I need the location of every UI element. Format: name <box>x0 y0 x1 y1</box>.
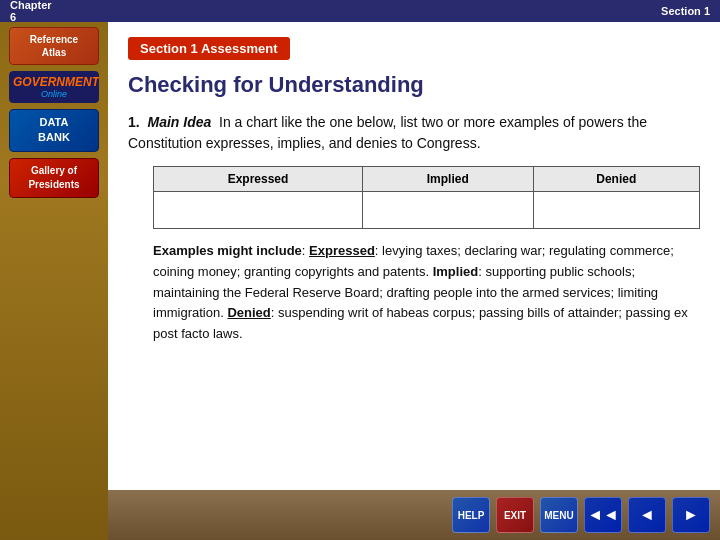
section-label: Section 1 <box>661 5 710 17</box>
cell-implied <box>362 192 533 229</box>
help-label: HELP <box>458 510 485 521</box>
sidebar-item-data-bank[interactable]: DATA BANK <box>9 109 99 152</box>
government-sub: Online <box>13 89 95 99</box>
cell-expressed <box>154 192 363 229</box>
denied-label: Denied <box>227 305 270 320</box>
question-block: 1. Main Idea In a chart like the one bel… <box>128 112 700 154</box>
question-text: 1. Main Idea In a chart like the one bel… <box>128 112 700 154</box>
reference-line2: Atlas <box>42 47 66 58</box>
next-button[interactable]: ► <box>672 497 710 533</box>
col-expressed: Expressed <box>154 167 363 192</box>
examples-intro-label: Examples might include <box>153 243 302 258</box>
chapter-number: 6 <box>10 11 16 23</box>
examples-text: Examples might include: Expressed: levyi… <box>153 241 700 345</box>
prev-button[interactable]: ◄◄ <box>584 497 622 533</box>
prev-arrow-icon: ◄◄ <box>587 506 619 524</box>
gallery-line1: Gallery of <box>31 165 77 176</box>
menu-label: MENU <box>544 510 573 521</box>
page-title: Checking for Understanding <box>128 72 700 98</box>
sidebar-item-reference[interactable]: Reference Atlas <box>9 27 99 65</box>
question-number: 1. <box>128 114 140 130</box>
main-idea-label: Main Idea <box>147 114 211 130</box>
top-bar: Chapter 6 Section 1 <box>0 0 720 22</box>
help-button[interactable]: HELP <box>452 497 490 533</box>
implied-label: Implied <box>433 264 479 279</box>
main-content: Section 1 Assessment Checking for Unders… <box>108 22 720 540</box>
cell-denied <box>533 192 699 229</box>
powers-table: Expressed Implied Denied <box>153 166 700 229</box>
menu-button[interactable]: MENU <box>540 497 578 533</box>
back-button[interactable]: ◄ <box>628 497 666 533</box>
back-arrow-icon: ◄ <box>639 506 655 524</box>
gallery-line2: Presidents <box>28 179 79 190</box>
exit-label: EXIT <box>504 510 526 521</box>
chapter-text: Chapter <box>10 0 52 11</box>
exit-button[interactable]: EXIT <box>496 497 534 533</box>
sidebar-item-government[interactable]: GOVERNMENT Online <box>9 71 99 103</box>
bottom-nav: HELP EXIT MENU ◄◄ ◄ ► <box>108 490 720 540</box>
table-row <box>154 192 700 229</box>
chapter-label: Chapter 6 <box>10 0 52 23</box>
reference-line1: Reference <box>30 34 78 45</box>
sidebar-item-gallery[interactable]: Gallery of Presidents <box>9 158 99 198</box>
col-implied: Implied <box>362 167 533 192</box>
sidebar: Reference Atlas GOVERNMENT Online DATA B… <box>0 22 108 540</box>
government-label: GOVERNMENT <box>13 75 95 89</box>
expressed-label: Expressed <box>309 243 375 258</box>
col-denied: Denied <box>533 167 699 192</box>
section-header-label: Section 1 Assessment <box>128 37 290 60</box>
data-line2: BANK <box>38 131 70 143</box>
data-line1: DATA <box>40 116 69 128</box>
next-arrow-icon: ► <box>683 506 699 524</box>
